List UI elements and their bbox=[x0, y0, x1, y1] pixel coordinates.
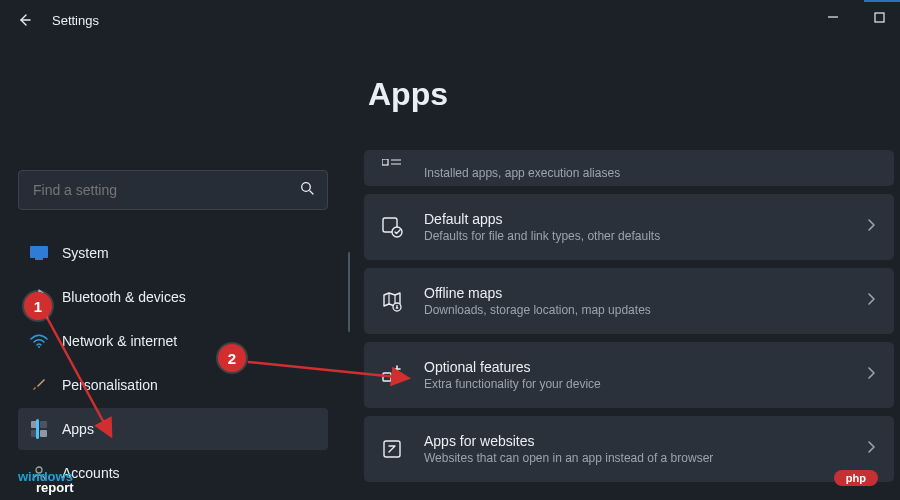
main-panel: Apps Installed apps, app execution alias… bbox=[340, 40, 900, 500]
card-installed-apps[interactable]: Installed apps, app execution aliases bbox=[364, 150, 894, 186]
minimize-button[interactable] bbox=[818, 6, 848, 28]
maximize-button[interactable] bbox=[864, 6, 894, 28]
chevron-right-icon bbox=[866, 366, 876, 384]
map-icon bbox=[378, 287, 406, 315]
window-title: Settings bbox=[52, 13, 99, 28]
search-input[interactable] bbox=[31, 181, 299, 199]
card-apps-for-websites[interactable]: Apps for websites Websites that can open… bbox=[364, 416, 894, 482]
display-icon bbox=[30, 244, 48, 262]
svg-rect-5 bbox=[31, 421, 38, 428]
svg-rect-0 bbox=[875, 13, 884, 22]
card-text: Default apps Defaults for file and link … bbox=[424, 211, 848, 243]
card-subtitle: Downloads, storage location, map updates bbox=[424, 303, 848, 317]
card-title: Optional features bbox=[424, 359, 848, 375]
page-title: Apps bbox=[368, 76, 876, 113]
default-apps-icon bbox=[378, 213, 406, 241]
card-subtitle: Extra functionality for your device bbox=[424, 377, 848, 391]
chevron-right-icon bbox=[866, 292, 876, 310]
sidebar-item-system[interactable]: System bbox=[18, 232, 328, 274]
layout: System Bluetooth & devices Network & int… bbox=[0, 40, 900, 500]
search-icon bbox=[299, 180, 315, 200]
card-subtitle: Installed apps, app execution aliases bbox=[424, 166, 876, 180]
title-bar: Settings bbox=[0, 0, 900, 40]
watermark: windows report bbox=[18, 470, 74, 494]
card-title: Apps for websites bbox=[424, 433, 848, 449]
card-title: Offline maps bbox=[424, 285, 848, 301]
card-text: Offline maps Downloads, storage location… bbox=[424, 285, 848, 317]
sidebar-item-label: System bbox=[62, 245, 109, 261]
svg-point-12 bbox=[392, 227, 402, 237]
back-button[interactable] bbox=[10, 6, 38, 34]
sidebar-item-label: Bluetooth & devices bbox=[62, 289, 186, 305]
annotation-marker-1: 1 bbox=[24, 292, 52, 320]
card-text: Apps for websites Websites that can open… bbox=[424, 433, 848, 465]
websites-icon bbox=[378, 435, 406, 463]
card-offline-maps[interactable]: Offline maps Downloads, storage location… bbox=[364, 268, 894, 334]
settings-scroll[interactable]: Installed apps, app execution aliases De… bbox=[364, 150, 894, 500]
svg-rect-7 bbox=[31, 430, 38, 437]
card-default-apps[interactable]: Default apps Defaults for file and link … bbox=[364, 194, 894, 260]
card-subtitle: Websites that can open in an app instead… bbox=[424, 451, 848, 465]
list-icon bbox=[378, 152, 406, 180]
search-box[interactable] bbox=[18, 170, 328, 210]
annotation-arrow-2 bbox=[244, 356, 414, 386]
window-controls bbox=[818, 6, 894, 28]
card-optional-features[interactable]: Optional features Extra functionality fo… bbox=[364, 342, 894, 408]
chevron-right-icon bbox=[866, 218, 876, 236]
card-text: Optional features Extra functionality fo… bbox=[424, 359, 848, 391]
card-text: Installed apps, app execution aliases bbox=[424, 164, 876, 180]
watermark-line-2: report bbox=[36, 481, 74, 494]
svg-point-1 bbox=[302, 183, 311, 192]
annotation-marker-2: 2 bbox=[218, 344, 246, 372]
annotation-arrow-1 bbox=[38, 306, 128, 446]
svg-rect-10 bbox=[382, 159, 388, 165]
chevron-right-icon bbox=[866, 440, 876, 458]
card-subtitle: Defaults for file and link types, other … bbox=[424, 229, 848, 243]
svg-rect-3 bbox=[35, 258, 43, 260]
php-badge: php bbox=[834, 470, 878, 486]
svg-rect-2 bbox=[30, 246, 48, 258]
scrollbar-thumb[interactable] bbox=[348, 252, 350, 332]
settings-cards: Installed apps, app execution aliases De… bbox=[364, 150, 894, 482]
card-title: Default apps bbox=[424, 211, 848, 227]
